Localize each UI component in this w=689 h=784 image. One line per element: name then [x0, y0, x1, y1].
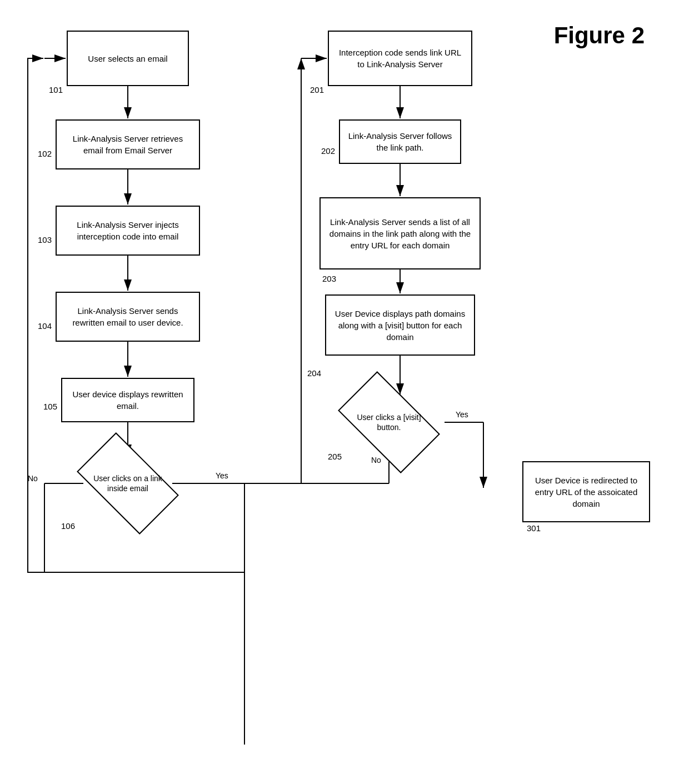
diamond-205: User clicks a [visit] button. — [344, 395, 433, 450]
step-103: 103 — [38, 235, 52, 244]
step-101: 101 — [49, 85, 63, 94]
box-201: Interception code sends link URL to Link… — [328, 31, 472, 86]
box-301: User Device is redirected to entry URL o… — [522, 461, 650, 522]
step-106: 106 — [61, 521, 75, 531]
step-105: 105 — [43, 402, 57, 411]
box-203: Link-Analysis Server sends a list of all… — [319, 197, 481, 269]
diamond-106-text: User clicks on a link inside email — [89, 473, 167, 493]
step-301: 301 — [527, 523, 541, 533]
box-103: Link-Analysis Server injects interceptio… — [56, 206, 200, 256]
diamond-205-yes-label: Yes — [456, 410, 468, 419]
diamond-205-no-label: No — [371, 456, 381, 465]
box-102: Link-Analysis Server retrieves email fro… — [56, 119, 200, 169]
step-205: 205 — [328, 452, 342, 461]
diamond-106-yes-label: Yes — [216, 471, 228, 480]
step-204: 204 — [307, 368, 321, 378]
box-101: User selects an email — [67, 31, 189, 86]
step-201: 201 — [310, 85, 324, 94]
step-102: 102 — [38, 149, 52, 158]
diagram-container: Figure 2 — [0, 0, 689, 784]
box-104: Link-Analysis Server sends rewritten ema… — [56, 292, 200, 342]
figure-title: Figure 2 — [554, 22, 645, 49]
step-104: 104 — [38, 321, 52, 331]
diamond-106: User clicks on a link inside email — [83, 456, 172, 511]
diamond-106-no-label: No — [28, 474, 38, 483]
diamond-205-text: User clicks a [visit] button. — [350, 412, 428, 432]
step-202: 202 — [321, 146, 335, 156]
step-203: 203 — [322, 274, 336, 283]
box-105: User device displays rewritten email. — [61, 378, 194, 422]
box-204: User Device displays path domains along … — [325, 294, 475, 356]
box-202: Link-Analysis Server follows the link pa… — [339, 119, 461, 164]
